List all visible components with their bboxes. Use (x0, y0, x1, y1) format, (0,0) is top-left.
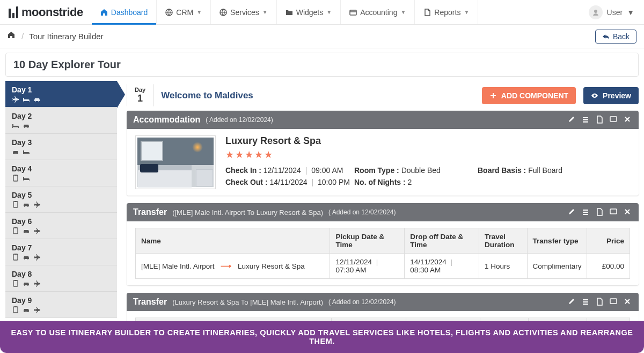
avatar-icon (589, 5, 603, 19)
clipboard-icon (12, 306, 19, 313)
checkin: Check In : 12/11/2024 | 09:00 AM (225, 166, 354, 175)
day-badge-label: Day (135, 87, 145, 93)
list-icon[interactable] (582, 116, 590, 124)
chevron-down-icon: ▼ (464, 9, 469, 15)
transfer2-sub: (Luxury Resort & Spa To [MLE] Male Intl.… (172, 298, 323, 306)
logo-text: moonstride (21, 5, 83, 19)
chevron-down-icon: ▼ (196, 9, 202, 15)
transfer1-body: Name Pickup Date & Time Drop off Date & … (127, 221, 639, 285)
day-tab-8[interactable]: Day 8 (5, 265, 117, 292)
accommodation-header: Accommodation ( Added on 12/02/2024) (127, 111, 639, 129)
day-tab-6[interactable]: Day 6 (5, 213, 117, 239)
checkin-time: 09:00 AM (311, 166, 343, 175)
close-icon[interactable] (624, 298, 632, 306)
cell-drop: 14/11/2024 | 08:30 AM (405, 254, 479, 279)
transfer1-table: Name Pickup Date & Time Drop off Date & … (135, 228, 630, 279)
car-icon (23, 253, 30, 261)
day-tab-5-icons (12, 200, 111, 208)
day-tab-3[interactable]: Day 3 (5, 134, 117, 160)
reply-icon (602, 33, 610, 40)
edit-icon[interactable] (568, 298, 576, 306)
day-tab-5-name: Day 5 (12, 191, 111, 199)
breadcrumb: / Tour Itinerary Builder (8, 31, 104, 41)
nav-services-label: Services (230, 8, 259, 17)
day-tab-2-icons (12, 121, 111, 129)
day-tab-9-icons (12, 306, 111, 313)
transfer1-sub: ([MLE] Male Intl. Airport To Luxury Reso… (172, 208, 323, 217)
nav-items: Dashboard CRM ▼ Services ▼ Widgets ▼ Acc… (92, 0, 479, 24)
list-icon[interactable] (582, 298, 590, 306)
eye-icon (591, 92, 598, 99)
checkin-label: Check In : (225, 166, 261, 175)
nav-widgets[interactable]: Widgets ▼ (277, 0, 341, 24)
add-component-button[interactable]: ADD COMPONENT (482, 87, 576, 104)
roomtype: Room Type : Double Bed (354, 166, 478, 175)
col-price: Price (587, 228, 630, 254)
breadcrumb-bar: / Tour Itinerary Builder Back (0, 25, 644, 48)
transfer2-title: Transfer (133, 297, 167, 307)
nav-dashboard[interactable]: Dashboard (92, 0, 157, 24)
screen-icon[interactable] (610, 298, 618, 306)
drop-date: 14/11/2024 (410, 258, 447, 266)
roomtype-label: Room Type : (354, 166, 399, 175)
edit-icon[interactable] (568, 116, 576, 124)
arrow-icon: ⟶ (221, 262, 231, 270)
board-label: Board Basis : (478, 166, 526, 175)
breadcrumb-home[interactable] (8, 31, 16, 41)
globe-icon (219, 9, 227, 16)
day-tab-9[interactable]: Day 9 (5, 292, 117, 318)
main: Day 1 Day 2 Day 3 Day 4 (0, 81, 644, 330)
accommodation-info: Luxury Resort & Spa ★★★★★ Check In : 12/… (225, 135, 630, 189)
nav-crm[interactable]: CRM ▼ (157, 0, 211, 24)
car-icon (23, 306, 30, 313)
close-icon[interactable] (624, 116, 632, 124)
day-tab-4[interactable]: Day 4 (5, 160, 117, 186)
back-label: Back (613, 32, 630, 41)
col-pickup: Pickup Date & Time (330, 228, 405, 254)
nav-reports[interactable]: Reports ▼ (415, 0, 478, 24)
accommodation-name: Luxury Resort & Spa (225, 135, 630, 147)
plane-icon (33, 253, 41, 261)
user-menu[interactable]: User ▼ (579, 0, 644, 24)
page-icon[interactable] (596, 116, 604, 124)
checkout-time: 10:00 PM (318, 178, 350, 186)
screen-icon[interactable] (610, 208, 618, 217)
day-tabs: Day 1 Day 2 Day 3 Day 4 (5, 81, 117, 330)
day-tab-7[interactable]: Day 7 (5, 239, 117, 265)
edit-icon[interactable] (568, 208, 576, 217)
day-tab-1-icons (12, 95, 111, 103)
board: Board Basis : Full Board (478, 166, 601, 175)
day-tab-1[interactable]: Day 1 (5, 81, 117, 107)
list-icon[interactable] (582, 208, 590, 217)
day-tab-9-name: Day 9 (12, 296, 111, 305)
day-tab-8-icons (12, 279, 111, 287)
transfer2-meta: ( Added on 12/02/2024) (328, 298, 396, 306)
accommodation-actions (568, 116, 632, 124)
folder-icon (286, 9, 293, 16)
bed-icon (23, 174, 30, 182)
day-tab-4-name: Day 4 (12, 164, 111, 173)
user-label: User (607, 8, 623, 17)
breadcrumb-page: Tour Itinerary Builder (29, 32, 103, 41)
nav-services[interactable]: Services ▼ (211, 0, 277, 24)
chevron-down-icon: ▼ (400, 9, 406, 15)
day-tab-5[interactable]: Day 5 (5, 186, 117, 213)
page-icon[interactable] (596, 208, 604, 217)
bed-icon (12, 121, 19, 129)
screen-icon[interactable] (610, 116, 618, 124)
top-nav: moonstride Dashboard CRM ▼ Services ▼ Wi… (0, 0, 644, 25)
transfer1-title: Transfer (133, 207, 167, 217)
page-icon[interactable] (596, 298, 604, 306)
transfer1-panel: Transfer ([MLE] Male Intl. Airport To Lu… (127, 203, 639, 285)
accommodation-body: Luxury Resort & Spa ★★★★★ Check In : 12/… (127, 129, 639, 196)
close-icon[interactable] (624, 208, 632, 217)
preview-label: Preview (603, 91, 631, 100)
nav-accounting[interactable]: Accounting ▼ (341, 0, 415, 24)
cell-pickup: 12/11/2024 | 07:30 AM (330, 254, 405, 279)
plane-icon (12, 95, 19, 103)
back-button[interactable]: Back (595, 30, 636, 44)
day-tab-2[interactable]: Day 2 (5, 107, 117, 134)
preview-button[interactable]: Preview (583, 87, 639, 104)
nav-accounting-label: Accounting (360, 8, 397, 17)
nav-widgets-label: Widgets (296, 8, 324, 17)
